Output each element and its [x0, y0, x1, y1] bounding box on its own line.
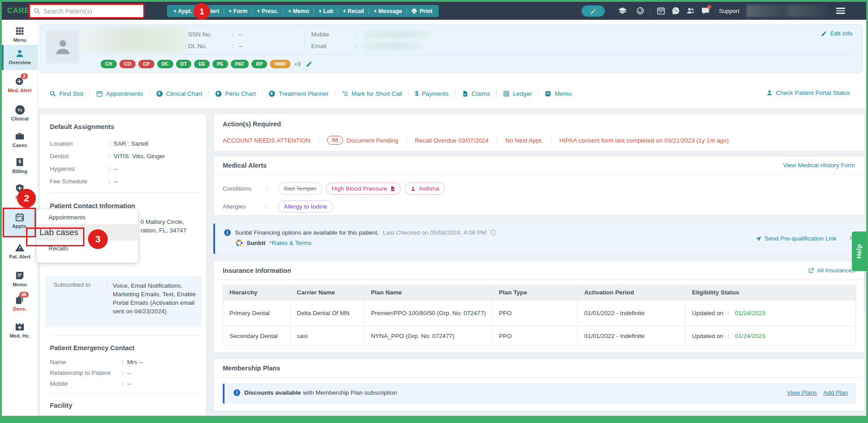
search-input[interactable]: [44, 8, 140, 15]
view-medical-history-link[interactable]: View Medical History Form: [783, 162, 855, 169]
status-badge[interactable]: PAT: [231, 60, 249, 68]
add-recall-button[interactable]: + Recall: [338, 8, 369, 14]
emergency-row: NameMrs --: [50, 359, 200, 365]
users-icon[interactable]: [686, 6, 695, 15]
column-header[interactable]: Hierarchy: [223, 285, 291, 300]
sidebar-item-menu[interactable]: Menu: [2, 26, 38, 43]
sidebar-item-appts[interactable]: Appts.: [2, 212, 38, 229]
check-patient-portal-status-link[interactable]: Check Patient Portal Status: [766, 89, 850, 96]
status-badge[interactable]: RP: [251, 60, 267, 68]
whatsapp-icon[interactable]: [671, 6, 680, 15]
sidebar-item-pat-alert[interactable]: Pat. Alert: [2, 243, 38, 259]
tab-memo[interactable]: Memo: [538, 90, 578, 97]
condition-pill[interactable]: Asthma: [405, 183, 445, 195]
column-header[interactable]: Plan Type: [493, 285, 578, 300]
add-message-button[interactable]: + Message: [369, 8, 407, 14]
table-cell: Primary Dental: [223, 300, 291, 326]
calendar-plus-icon: [15, 212, 25, 222]
status-badge[interactable]: CP: [138, 60, 154, 68]
tab-mark-short-call[interactable]: Mark for Short Call: [335, 90, 409, 97]
tab-payments[interactable]: $Payments: [409, 90, 455, 97]
intercom-chat-icon[interactable]: [636, 6, 645, 15]
allergy-pill[interactable]: Allergy to Iodine: [278, 200, 333, 213]
sidebar-item-med-alert[interactable]: 3 Med. Alert: [2, 76, 38, 93]
status-badge[interactable]: DC: [157, 60, 173, 68]
no-next-appt[interactable]: No Next Appt.: [505, 137, 542, 144]
tx-icon: Tx: [15, 105, 25, 115]
sidebar-item-clinical[interactable]: Tx Clinical: [2, 105, 38, 121]
add-plan-link[interactable]: Add Plan: [823, 389, 848, 396]
status-badge[interactable]: EE: [194, 60, 210, 68]
hipaa-consent-status[interactable]: HIPAA consent form last completed on 03/…: [560, 137, 729, 144]
table-cell: 01/01/2022 - Indefinite: [578, 300, 686, 326]
info-icon: i: [224, 229, 231, 236]
column-header[interactable]: Carrier Name: [291, 285, 365, 300]
menu-item-recalls[interactable]: Recalls: [37, 240, 138, 255]
calendar-icon[interactable]: [657, 6, 665, 15]
sidebar-item-cases[interactable]: Cases: [2, 131, 38, 148]
condition-pill[interactable]: High Blood Pressure: [326, 183, 401, 195]
column-header[interactable]: Plan Name: [365, 285, 493, 300]
add-form-button[interactable]: + Form: [224, 8, 252, 14]
tab-ledger[interactable]: Ledger: [497, 90, 538, 97]
user-account-redacted[interactable]: [746, 5, 829, 17]
more-badges-count[interactable]: +3: [294, 61, 300, 67]
all-insurances-link[interactable]: All Insurances: [808, 267, 855, 274]
medical-history-card-icon: [15, 322, 25, 332]
patient-badges: CH CO CP DC DT EE PE PAT RP HMO +3: [101, 60, 313, 68]
status-badge[interactable]: CO: [119, 60, 136, 68]
tab-perio-chart[interactable]: Perio Chart: [209, 90, 262, 97]
menu-item-lab-cases[interactable]: Lab cases: [37, 224, 138, 240]
print-button[interactable]: Print: [407, 8, 436, 14]
docs-count-badge: 66: [19, 292, 29, 298]
condition-pill-inactive[interactable]: Bad Temper: [278, 183, 322, 195]
education-icon[interactable]: [618, 6, 627, 15]
menu-item-appointments[interactable]: Appointments: [37, 209, 138, 224]
magic-wand-icon: [590, 8, 597, 15]
account-needs-attention[interactable]: ACCOUNT NEEDS ATTENTION: [223, 137, 310, 144]
recall-overdue[interactable]: Recall Overdue 03/07/2024: [415, 137, 489, 144]
view-plans-link[interactable]: View Plans: [787, 389, 817, 396]
sidebar-item-med-hx[interactable]: Med. Hx.: [2, 322, 38, 338]
edit-info-link[interactable]: Edit Info: [821, 30, 852, 37]
sidebar-item-memo[interactable]: Memo: [2, 271, 38, 287]
sidebar-item-billing[interactable]: $ Billing: [2, 157, 38, 174]
document-pending[interactable]: 66 Document Pending: [327, 136, 398, 145]
patient-search-annotated[interactable]: [29, 4, 145, 18]
info-outline-icon[interactable]: i: [490, 230, 496, 236]
column-header[interactable]: Eligibility Status: [686, 285, 856, 300]
edit-badges-pencil-icon[interactable]: [306, 61, 313, 67]
patient-avatar: [46, 30, 79, 63]
support-link[interactable]: Support: [719, 8, 740, 14]
eligibility-date-link[interactable]: 01/24/2023: [735, 310, 766, 316]
tab-clinical-chart[interactable]: Clinical Chart: [150, 90, 208, 97]
messages-icon[interactable]: [701, 6, 710, 15]
emergency-row: Mobile--: [50, 380, 200, 387]
help-tab[interactable]: Help: [852, 232, 866, 271]
sidebar-item-overview[interactable]: Overview: [2, 49, 38, 65]
add-memo-button[interactable]: + Memo: [283, 8, 314, 14]
hamburger-menu-icon[interactable]: [836, 8, 845, 14]
status-badge[interactable]: PE: [212, 60, 228, 68]
status-badge[interactable]: CH: [101, 60, 117, 68]
billing-doc-icon: $: [15, 157, 25, 167]
add-appt-button[interactable]: + Appt.: [169, 8, 197, 14]
calendar-icon: [96, 90, 103, 97]
status-badge[interactable]: DT: [176, 60, 192, 68]
rates-terms-link[interactable]: *Rates & Terms: [269, 240, 312, 246]
condition-doc-icon: [390, 186, 395, 191]
sidebar-item-docs[interactable]: 66 Docs.: [2, 295, 38, 312]
add-lab-button[interactable]: + Lab: [314, 8, 338, 14]
membership-title: Membership Plans: [223, 365, 280, 372]
assignment-row: Hygienist--: [50, 165, 200, 172]
magic-wand-button[interactable]: [582, 5, 605, 17]
tab-claims[interactable]: Claims: [455, 90, 496, 97]
column-header[interactable]: Activation Period: [578, 285, 686, 300]
tab-find-slot[interactable]: Find Slot: [43, 90, 89, 97]
tab-appointments[interactable]: Appointments: [90, 90, 150, 97]
status-badge[interactable]: HMO: [270, 60, 291, 68]
eligibility-date-link[interactable]: 01/24/2023: [735, 333, 766, 339]
add-presc-button[interactable]: + Presc.: [252, 8, 283, 14]
tab-treatment-planner[interactable]: Treatment Planner: [262, 90, 335, 97]
send-prequalification-link[interactable]: Send Pre-qualification Link: [755, 235, 837, 242]
